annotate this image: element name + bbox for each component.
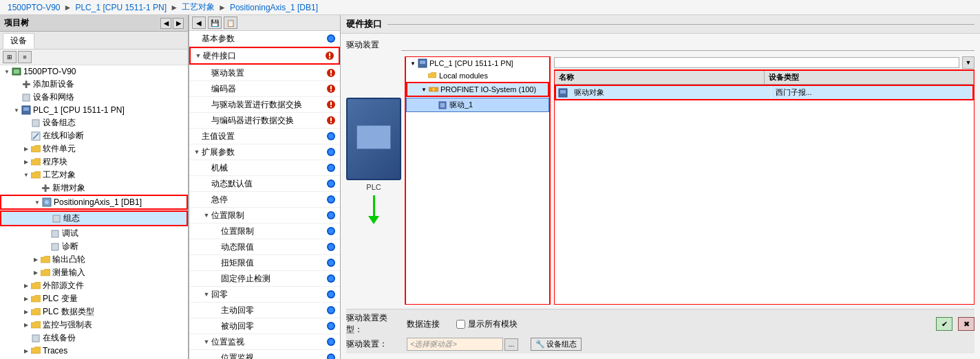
tree-item-plc_type[interactable]: ▶PLC 数据类型 — [0, 305, 188, 318]
tree-expand-traces[interactable]: ▶ — [22, 347, 30, 355]
tree-item-plc_var[interactable]: ▶PLC 变量 — [0, 292, 188, 305]
tree-item-online_diag[interactable]: 在线和诊断 — [0, 129, 188, 142]
param-expand-7[interactable]: ▼ — [192, 147, 202, 157]
cancel-button[interactable]: ✖ — [958, 317, 974, 331]
save-button[interactable]: 💾 — [208, 17, 222, 29]
copy-button[interactable]: 📋 — [224, 17, 237, 29]
breadcrumb-item-2[interactable]: 工艺对象 — [182, 1, 215, 13]
param-expand-20[interactable] — [211, 353, 221, 359]
param-expand-15[interactable] — [211, 274, 221, 283]
param-expand-14[interactable] — [211, 258, 221, 268]
tree-expand-new_obj[interactable] — [32, 184, 40, 193]
tree-expand-root[interactable]: ▼ — [3, 67, 11, 76]
param-expand-6[interactable] — [192, 131, 202, 141]
param-expand-11[interactable]: ▼ — [202, 210, 211, 220]
param-expand-16[interactable]: ▼ — [202, 290, 211, 299]
tree-item-net[interactable]: 设备和网络 — [0, 91, 188, 104]
breadcrumb-item-1[interactable]: PLC_1 [CPU 1511-1 PN] — [75, 3, 167, 12]
param-item-20[interactable]: 位置监视 — [189, 350, 340, 359]
tree-expand-measure[interactable]: ▶ — [32, 269, 40, 277]
show-all-checkbox[interactable] — [456, 320, 465, 329]
param-item-19[interactable]: ▼位置监视 — [189, 334, 340, 350]
tree-item-software[interactable]: ▶软件单元 — [0, 142, 188, 155]
expand-panel-button[interactable]: ▶ — [173, 18, 184, 29]
param-item-1[interactable]: ▼硬件接口 — [189, 47, 340, 65]
device-row-0[interactable]: 驱动对象西门子报... — [555, 85, 974, 100]
param-expand-1[interactable]: ▼ — [193, 51, 203, 61]
tree-item-new_obj[interactable]: ➕新增对象 — [0, 182, 188, 195]
tab-devices[interactable]: 设备 — [3, 33, 34, 49]
param-expand-19[interactable]: ▼ — [202, 337, 211, 347]
tree-item-debug[interactable]: 调试 — [0, 227, 188, 240]
confirm-button[interactable]: ✔ — [936, 317, 952, 331]
filter-button[interactable]: ▼ — [962, 56, 974, 69]
tree-expand-ext_src[interactable]: ▶ — [22, 282, 30, 290]
tree-item-output_cam[interactable]: ▶输出凸轮 — [0, 253, 188, 266]
net-node-0[interactable]: ▼PLC_1 [CPU 1511-1 PN] — [406, 57, 549, 69]
param-item-15[interactable]: 固定停止检测 — [189, 271, 340, 287]
tree-expand-pos_axis[interactable]: ▼ — [33, 198, 41, 206]
param-expand-2[interactable] — [202, 68, 211, 78]
param-item-14[interactable]: 扭矩限值 — [189, 255, 340, 271]
tree-item-config[interactable]: 组态 — [0, 210, 188, 226]
tree-expand-add_device[interactable] — [12, 80, 21, 89]
tree-expand-net[interactable] — [12, 94, 21, 102]
tree-expand-output_cam[interactable]: ▶ — [32, 256, 40, 264]
tree-item-traces[interactable]: ▶Traces — [0, 345, 188, 357]
tree-item-tech_obj[interactable]: ▼工艺对象 — [0, 168, 188, 182]
param-expand-3[interactable] — [202, 84, 211, 94]
tree-expand-diagnose[interactable] — [41, 243, 50, 251]
param-item-9[interactable]: 动态默认值 — [189, 176, 340, 192]
net-node-2[interactable]: ▼PROFINET IO-System (100) — [406, 82, 549, 97]
tree-item-device_config[interactable]: 设备组态 — [0, 116, 188, 129]
tree-item-ext_src[interactable]: ▶外部源文件 — [0, 279, 188, 292]
tree-expand-program[interactable]: ▶ — [22, 158, 30, 166]
param-item-8[interactable]: 机械 — [189, 160, 340, 176]
param-item-2[interactable]: 驱动装置 — [189, 65, 340, 81]
device-search-input[interactable] — [554, 57, 959, 68]
tree-expand-monitor[interactable]: ▶ — [22, 321, 30, 329]
tree-expand-software[interactable]: ▶ — [22, 145, 30, 153]
tree-expand-online_diag[interactable] — [22, 132, 30, 140]
param-item-0[interactable]: 基本参数 — [189, 31, 340, 47]
param-expand-5[interactable] — [202, 116, 211, 125]
org-config-button[interactable]: 🔧 设备组态 — [531, 338, 582, 351]
tree-expand-tech_obj[interactable]: ▼ — [22, 171, 30, 180]
tree-expand-plc_var[interactable]: ▶ — [22, 295, 30, 303]
param-expand-10[interactable] — [202, 195, 211, 204]
tree-item-online_bak[interactable]: 在线备份 — [0, 331, 188, 345]
tree-expand-plc_type[interactable]: ▶ — [22, 308, 30, 316]
tree-item-plc[interactable]: ▼PLC_1 [CPU 1511-1 PN] — [0, 104, 188, 116]
tree-grid-button[interactable]: ⊞ — [3, 51, 17, 63]
tree-item-program[interactable]: ▶程序块 — [0, 155, 188, 168]
tree-expand-debug[interactable] — [41, 230, 50, 238]
browse-button[interactable]: ... — [504, 338, 518, 351]
tree-expand-online_bak[interactable] — [22, 334, 30, 342]
param-item-4[interactable]: 与驱动装置进行数据交换 — [189, 97, 340, 113]
param-item-12[interactable]: 位置限制 — [189, 224, 340, 239]
param-expand-0[interactable] — [192, 34, 202, 43]
param-item-17[interactable]: 主动回零 — [189, 303, 340, 318]
param-item-16[interactable]: ▼回零 — [189, 287, 340, 303]
param-item-10[interactable]: 急停 — [189, 192, 340, 208]
tree-expand-plc[interactable]: ▼ — [12, 106, 21, 114]
collapse-panel-button[interactable]: ◀ — [160, 18, 171, 29]
back-button[interactable]: ◀ — [192, 17, 206, 29]
net-node-3[interactable]: 驱动_1 — [406, 98, 549, 112]
param-expand-17[interactable] — [211, 305, 221, 315]
param-expand-4[interactable] — [202, 100, 211, 109]
tree-item-monitor[interactable]: ▶监控与强制表 — [0, 318, 188, 331]
breadcrumb-item-3[interactable]: PositioningAxis_1 [DB1] — [230, 3, 318, 12]
tree-item-add_device[interactable]: ➕添加新设备 — [0, 78, 188, 91]
tree-item-measure[interactable]: ▶测量输入 — [0, 266, 188, 279]
param-expand-13[interactable] — [211, 242, 221, 252]
param-item-3[interactable]: 编码器 — [189, 81, 340, 97]
param-expand-8[interactable] — [202, 163, 211, 173]
param-item-13[interactable]: 动态限值 — [189, 239, 340, 255]
param-item-7[interactable]: ▼扩展参数 — [189, 144, 340, 160]
param-item-6[interactable]: 主值设置 — [189, 129, 340, 144]
param-expand-9[interactable] — [202, 179, 211, 188]
breadcrumb-item-0[interactable]: 1500PTO-V90 — [8, 3, 61, 12]
tree-list-button[interactable]: ≡ — [18, 51, 32, 63]
param-item-18[interactable]: 被动回零 — [189, 318, 340, 334]
